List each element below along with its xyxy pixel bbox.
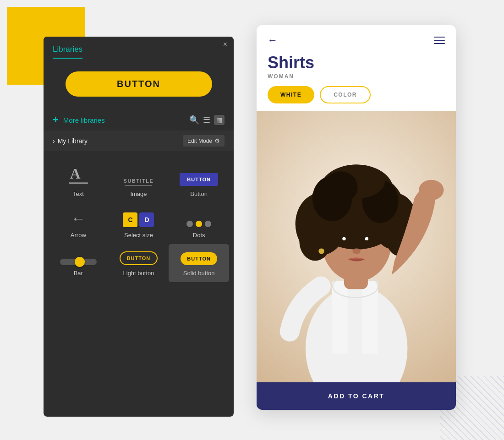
button-item-label: Button — [190, 190, 208, 197]
svg-point-25 — [419, 179, 444, 200]
bar-item-label: Bar — [74, 270, 83, 277]
add-library-button[interactable]: + — [53, 114, 59, 126]
library-name: My Library — [58, 137, 88, 145]
mobile-topbar: ← — [257, 25, 456, 51]
grid-icon[interactable]: ▦ — [214, 115, 225, 125]
chevron-icon[interactable]: › — [53, 137, 55, 145]
search-icon[interactable]: 🔍 — [189, 115, 199, 125]
grid-item-select-size[interactable]: C D Select size — [109, 203, 169, 244]
select-size-item-label: Select size — [124, 232, 153, 239]
arrow-icon: ← — [71, 210, 86, 227]
image-icon: SUBTITLE — [124, 178, 154, 186]
svg-point-21 — [342, 237, 345, 240]
panel-header: × Libraries — [44, 37, 234, 59]
hamburger-line-1 — [434, 37, 445, 38]
back-arrow-button[interactable]: ← — [268, 34, 278, 46]
arrow-item-label: Arrow — [71, 232, 86, 239]
hamburger-menu-button[interactable] — [434, 37, 445, 44]
items-grid: A Text SUBTITLE Image BUTTON Button ← Ar… — [44, 151, 234, 287]
libraries-panel: × Libraries BUTTON + More libraries 🔍 ☰ … — [44, 37, 234, 417]
gear-icon: ⚙ — [214, 137, 220, 144]
svg-point-22 — [365, 237, 368, 240]
hamburger-line-2 — [434, 40, 445, 41]
button-icon: BUTTON — [180, 173, 218, 186]
grid-item-button[interactable]: BUTTON Button — [169, 156, 229, 203]
svg-point-18 — [323, 171, 357, 203]
button-preview-area: BUTTON — [44, 59, 234, 109]
edit-mode-label: Edit Mode — [187, 138, 212, 144]
product-title-area: Shirts WOMAN — [257, 51, 456, 86]
close-button[interactable]: × — [223, 40, 227, 49]
add-to-cart-button[interactable]: ADD TO CART — [257, 382, 456, 410]
image-item-label: Image — [130, 190, 147, 197]
text-icon: A — [67, 163, 90, 186]
grid-item-text[interactable]: A Text — [48, 156, 109, 203]
svg-text:A: A — [70, 166, 80, 182]
product-subtitle: WOMAN — [268, 73, 445, 80]
grid-item-arrow[interactable]: ← Arrow — [48, 203, 109, 244]
dots-icon — [186, 221, 211, 227]
toolbar-icons: 🔍 ☰ ▦ — [189, 115, 225, 125]
svg-point-24 — [318, 248, 324, 254]
product-image-area — [257, 111, 456, 382]
svg-point-15 — [299, 221, 331, 261]
grid-item-bar[interactable]: Bar — [48, 244, 109, 282]
select-size-icon: C D — [123, 212, 154, 227]
more-libraries-button[interactable]: More libraries — [63, 116, 185, 124]
grid-item-light-button[interactable]: BUTTON Light button — [109, 244, 169, 282]
toolbar-row: + More libraries 🔍 ☰ ▦ — [44, 109, 234, 130]
svg-rect-4 — [332, 280, 348, 354]
bar-icon — [60, 259, 97, 265]
libraries-tab[interactable]: Libraries — [53, 45, 82, 59]
grid-item-image[interactable]: SUBTITLE Image — [109, 156, 169, 203]
light-button-icon: BUTTON — [120, 251, 158, 265]
list-icon[interactable]: ☰ — [203, 115, 210, 125]
filter-white-button[interactable]: WHITE — [268, 86, 314, 103]
hamburger-line-3 — [434, 43, 445, 44]
library-section-header: › My Library Edit Mode ⚙ — [44, 130, 234, 151]
grid-item-solid-button[interactable]: BUTTON Solid button — [169, 244, 229, 282]
preview-button[interactable]: BUTTON — [66, 71, 212, 97]
solid-button-item-label: Solid button — [183, 270, 215, 277]
edit-mode-button[interactable]: Edit Mode ⚙ — [183, 135, 225, 147]
product-image — [257, 111, 456, 382]
grid-item-dots[interactable]: Dots — [169, 203, 229, 244]
solid-button-icon: BUTTON — [181, 252, 217, 265]
light-button-item-label: Light button — [123, 270, 154, 277]
product-title: Shirts — [268, 54, 445, 72]
text-item-label: Text — [73, 190, 84, 197]
library-section-title: › My Library — [53, 137, 88, 145]
filter-row: WHITE COLOR — [257, 86, 456, 111]
dots-item-label: Dots — [193, 232, 205, 239]
mobile-preview: ← Shirts WOMAN WHITE COLOR — [257, 25, 456, 410]
svg-point-23 — [352, 248, 360, 254]
filter-color-button[interactable]: COLOR — [320, 86, 371, 103]
